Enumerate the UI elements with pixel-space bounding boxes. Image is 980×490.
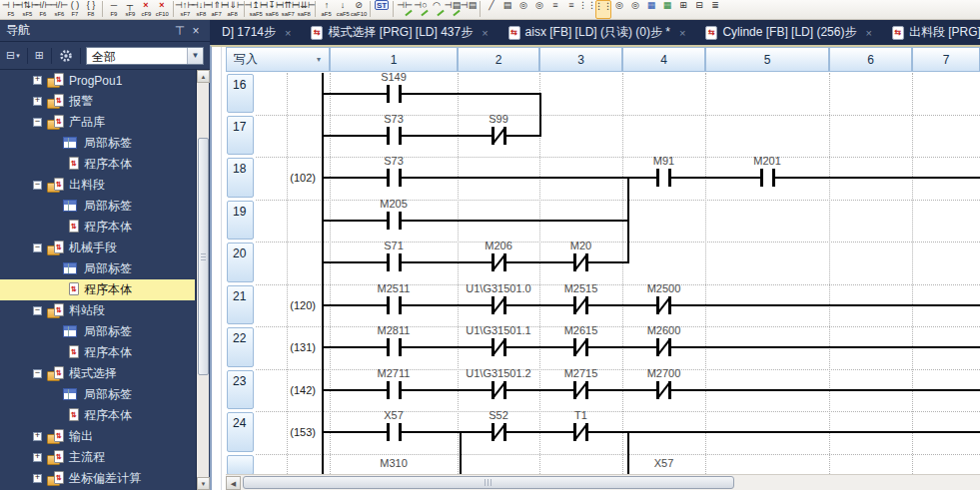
document-tab[interactable]: ⇆模式选择 [PRG] [LD] 437步× [299,20,495,45]
closed-contact[interactable] [491,338,506,356]
rung-number[interactable]: 16 [227,74,254,113]
tree-item-模式选择[interactable]: −⇅模式选择 [0,363,195,384]
tree-item-局部标签[interactable]: 局部标签 [0,196,195,217]
tree-item-局部标签[interactable]: 局部标签 [0,384,195,405]
tree-item-程序本体[interactable]: ⇅程序本体 [0,342,195,363]
rung-number[interactable] [227,455,254,475]
tree-item-程序本体[interactable]: ⇅程序本体 [0,279,195,300]
tab-close-icon[interactable]: × [679,27,685,39]
ladder-tool-pulse-conversion[interactable]: ↓caF5 [335,0,351,19]
rung-number[interactable]: 20 [227,243,254,282]
rung-number[interactable]: 19 [227,201,254,240]
closed-contact[interactable] [491,296,506,314]
ladder-tool-coil[interactable]: ( )F7 [67,0,83,19]
open-contact[interactable] [387,253,402,271]
document-tab[interactable]: ⇆出料段 [PRG] [L× [880,20,980,45]
edit-contact-icon[interactable]: ⊣⊢ [397,0,413,19]
collapse-icon[interactable]: − [33,181,42,190]
open-contact[interactable] [387,296,402,314]
closed-contact[interactable] [573,338,588,356]
window-cascade-icon[interactable]: ⊞ [675,0,691,19]
tree-item-程序本体[interactable]: ⇅程序本体 [0,154,195,175]
collapse-icon[interactable]: − [33,306,42,315]
edit-coil-icon[interactable]: ⊣○ [413,0,429,19]
closed-contact[interactable] [573,296,588,314]
tree-item-产品库[interactable]: −⇅产品库 [0,112,195,133]
cross-reference-active-icon[interactable]: ⋮⋮ [595,0,611,19]
inline-st-icon[interactable]: ST [374,0,390,19]
tree-item-输出[interactable]: +⇅输出 [0,426,195,447]
document-tab[interactable]: ⇆Cylinde [FB] [LD] (256)步× [693,20,879,45]
tree-item-局部标签[interactable]: 局部标签 [0,321,195,342]
tree-filter-dropdown[interactable]: 全部 ▼ [86,47,204,65]
device-batch-find-icon[interactable]: ▦ [643,0,659,19]
scroll-down-icon[interactable]: ▼ [197,477,210,490]
outline-list-icon[interactable]: ≣ [707,0,723,19]
tree-item-报警[interactable]: +⇅报警 [0,91,195,112]
ladder-canvas[interactable]: 写入▾123456716S14917S73S9918(102)S73M91M20… [226,47,980,476]
nav-scrollbar-thumb[interactable] [198,138,209,375]
document-tab[interactable]: ⇆aisx [FB] [LD] (只读) (0)步 *× [496,20,694,45]
open-contact[interactable] [387,85,402,103]
expand-icon[interactable]: + [33,97,42,106]
insert-row-icon[interactable]: ≡ [547,0,563,19]
ladder-tool-parallel-closed-contact[interactable]: ⊣/⊢sF6 [51,0,67,19]
tree-display-icon[interactable]: ⊟▾ [4,48,22,63]
device-find-replace-icon[interactable]: ◎ [627,0,643,19]
ladder-tool-parallel-falling-close[interactable]: ⊣⇊⊢saF8 [296,0,312,19]
close-icon[interactable]: × [188,24,204,38]
tree-item-ProgPou1[interactable]: +⇅ProgPou1 [0,70,195,91]
expand-icon[interactable]: + [33,474,42,483]
closed-contact[interactable] [573,381,588,399]
tab-close-icon[interactable]: × [865,27,871,39]
rung-number[interactable]: 21 [227,285,254,324]
tab-close-icon[interactable]: × [285,27,291,39]
ladder-tool-delete-hline[interactable]: ×cF9 [138,0,154,19]
closed-contact[interactable] [491,127,506,145]
document-find-next-icon[interactable]: ◎ [531,0,547,19]
device-find-icon[interactable]: ◎ [611,0,627,19]
expand-icon[interactable]: + [33,76,42,85]
document-tab[interactable]: D] 1714步× [210,20,299,45]
collapse-icon[interactable]: − [33,118,42,127]
rung-number[interactable]: 18 [227,158,254,198]
tree-item-主流程[interactable]: +⇅主流程 [0,447,195,468]
ladder-tool-parallel-open-contact[interactable]: ⊣⇅⊢sF5 [19,0,35,19]
horizontal-scrollbar[interactable]: ◀ [226,474,980,490]
copy-document-icon[interactable]: ▤ [499,0,515,19]
tree-item-料站段[interactable]: −⇅料站段 [0,300,195,321]
closed-contact[interactable] [491,423,506,441]
closed-contact[interactable] [491,381,506,399]
pencil-icon[interactable]: ╱ [484,0,499,19]
layout-icon[interactable]: ⊞ [33,48,46,63]
tab-close-icon[interactable]: × [482,27,488,39]
nav-scrollbar[interactable]: ▲ ▼ [196,70,209,490]
scroll-left-icon[interactable]: ◀ [226,476,241,490]
ladder-tool-closed-contact[interactable]: ⊣/⊢F6 [35,0,51,19]
tree-item-机械手段[interactable]: −⇅机械手段 [0,238,195,258]
open-contact[interactable] [760,169,775,187]
closed-contact[interactable] [656,296,671,314]
collapse-icon[interactable]: − [33,244,42,252]
expand-icon[interactable]: + [33,432,42,441]
open-contact[interactable] [387,338,402,356]
closed-contact[interactable] [573,423,588,441]
cross-reference-icon[interactable]: ⋮⋮ [579,0,595,19]
rung-number[interactable]: 24 [227,412,254,452]
rung-number[interactable]: 22 [227,327,254,367]
closed-contact[interactable] [491,253,506,271]
hscrollbar-thumb[interactable] [243,476,734,489]
edit-comment-icon[interactable]: ◠ [429,0,445,19]
open-contact[interactable] [387,127,402,145]
document-find-icon[interactable]: ◎ [515,0,531,19]
tree-item-坐标偏差计算[interactable]: +⇅坐标偏差计算 [0,468,195,489]
collapse-icon[interactable]: − [33,369,42,378]
ladder-tool-invert-operation[interactable]: ⊘caF10 [351,0,367,19]
ladder-tool-invert-result[interactable]: ↑aF5 [319,0,335,19]
ladder-tool-vertical-line[interactable]: ┬sF9 [122,0,138,19]
ladder-tool-delete-vline[interactable]: ×cF10 [154,0,170,19]
closed-contact[interactable] [573,253,588,271]
gear-icon[interactable] [57,48,75,64]
ladder-tool-horizontal-line[interactable]: ─F9 [106,0,122,19]
tree-item-局部标签[interactable]: 局部标签 [0,258,195,279]
